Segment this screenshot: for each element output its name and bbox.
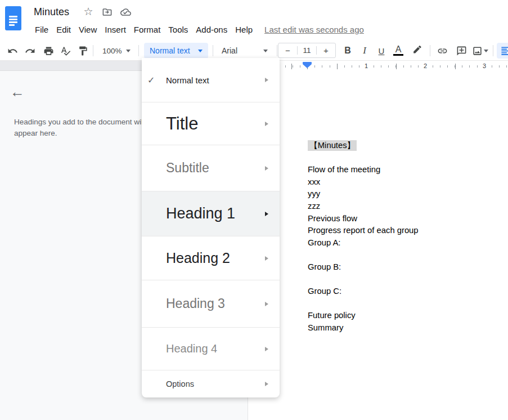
print-button[interactable]	[41, 43, 56, 59]
menu-bar: File Edit View Insert Format Tools Add-o…	[31, 23, 364, 36]
style-option-heading-4[interactable]: Heading 4	[142, 327, 280, 370]
menu-item-file[interactable]: File	[31, 24, 52, 35]
font-size-stepper: − 11 +	[278, 43, 336, 58]
link-icon	[437, 46, 448, 56]
ruler-half-ticks	[285, 64, 508, 69]
doc-line: Previous flow	[308, 213, 419, 225]
doc-line	[308, 249, 419, 261]
style-option-label: Heading 1	[166, 205, 235, 222]
style-option-options[interactable]: Options	[142, 370, 280, 397]
submenu-arrow-icon	[265, 347, 268, 351]
top-bar: Minutes ☆ File Edit View Insert Format T…	[0, 0, 508, 39]
add-comment-button[interactable]	[453, 43, 469, 59]
menu-item-tools[interactable]: Tools	[164, 24, 192, 35]
style-option-title[interactable]: Title	[142, 102, 280, 145]
star-icon[interactable]: ☆	[83, 6, 94, 17]
font-value: Arial	[222, 46, 237, 55]
font-select[interactable]: Arial	[215, 43, 275, 59]
doc-line: Flow of the meeting	[308, 164, 419, 176]
bold-button[interactable]: B	[340, 43, 356, 59]
styles-value: Normal text	[150, 46, 190, 55]
outline-placeholder-line2: appear here.	[14, 128, 145, 139]
doc-line: 【Minutes】	[308, 140, 419, 152]
close-outline-icon[interactable]: ←	[10, 84, 25, 99]
doc-line	[308, 298, 419, 310]
submenu-arrow-icon	[265, 212, 268, 216]
paragraph-styles-select[interactable]: Normal text	[144, 43, 208, 59]
image-menu-caret[interactable]	[483, 43, 489, 59]
increase-font-size-button[interactable]: +	[317, 46, 335, 55]
insert-link-button[interactable]	[434, 43, 450, 59]
undo-icon	[7, 46, 18, 56]
submenu-arrow-icon	[265, 166, 268, 171]
docs-logo[interactable]	[5, 6, 21, 30]
highlight-color-button[interactable]	[409, 43, 425, 59]
outline-placeholder-line1: Headings you add to the document will	[14, 117, 145, 128]
paint-format-button[interactable]	[75, 43, 91, 59]
toolbar-separator	[213, 45, 213, 56]
style-option-normal-text[interactable]: ✓ Normal text	[142, 58, 280, 102]
doc-line	[308, 152, 419, 164]
align-left-button[interactable]	[497, 43, 508, 59]
cloud-status-icon[interactable]	[120, 6, 131, 17]
italic-button[interactable]: I	[357, 43, 372, 59]
undo-button[interactable]	[5, 43, 20, 59]
ruler-number: 1	[363, 62, 370, 70]
style-option-heading-3[interactable]: Heading 3	[142, 280, 280, 327]
doc-line: xxx	[308, 176, 419, 189]
submenu-arrow-icon	[265, 122, 268, 126]
image-icon	[472, 46, 483, 56]
style-option-label: Options	[166, 379, 194, 388]
redo-button[interactable]	[22, 43, 38, 59]
doc-title[interactable]: Minutes	[34, 6, 69, 18]
first-line-indent-triangle[interactable]	[303, 64, 312, 68]
toolbar-separator	[493, 45, 493, 56]
doc-line: Future policy	[308, 310, 419, 322]
highlighted-text: 【Minutes】	[308, 140, 357, 151]
text-color-button[interactable]: A	[390, 43, 406, 59]
style-option-subtitle[interactable]: Subtitle	[142, 145, 280, 191]
highlighter-icon	[412, 46, 422, 56]
move-folder-icon[interactable]	[101, 6, 113, 17]
redo-icon	[25, 46, 35, 56]
indent-marker[interactable]	[303, 62, 312, 68]
style-option-heading-1[interactable]: Heading 1	[142, 191, 280, 236]
chevron-down-icon	[484, 50, 488, 52]
doc-line: zzz	[308, 200, 419, 213]
doc-line: Group B:	[308, 261, 419, 274]
paint-format-icon	[78, 46, 88, 56]
check-icon: ✓	[147, 75, 155, 86]
doc-line: Progress report of each group	[308, 225, 419, 237]
doc-line: Summary	[308, 322, 419, 334]
underline-button[interactable]: U	[374, 43, 389, 59]
doc-line: Group A:	[308, 237, 419, 249]
insert-image-button[interactable]	[470, 43, 484, 59]
chevron-down-icon	[126, 50, 131, 52]
spellcheck-button[interactable]	[57, 43, 73, 59]
spellcheck-icon	[60, 46, 71, 56]
chevron-down-icon	[198, 50, 203, 52]
menu-item-insert[interactable]: Insert	[101, 24, 130, 35]
menu-item-edit[interactable]: Edit	[52, 24, 75, 35]
toolbar-separator	[277, 45, 277, 56]
menu-item-help[interactable]: Help	[231, 24, 257, 35]
menu-item-addons[interactable]: Add-ons	[192, 24, 231, 35]
logo-line	[9, 21, 17, 23]
zoom-select[interactable]: 100%	[99, 43, 134, 59]
submenu-arrow-icon	[265, 302, 268, 306]
outline-placeholder: Headings you add to the document will ap…	[14, 117, 145, 138]
ruler-number: 3	[481, 62, 488, 70]
text-color-label: A	[395, 46, 402, 53]
style-option-label: Heading 2	[166, 250, 230, 266]
decrease-font-size-button[interactable]: −	[278, 46, 297, 55]
menu-item-format[interactable]: Format	[130, 24, 165, 35]
style-option-heading-2[interactable]: Heading 2	[142, 236, 280, 280]
last-edit-link[interactable]: Last edit was seconds ago	[264, 25, 364, 34]
menu-item-view[interactable]: View	[75, 24, 101, 35]
style-option-label: Normal text	[166, 75, 209, 85]
font-size-input[interactable]: 11	[297, 46, 317, 55]
document-text[interactable]: 【Minutes】 Flow of the meeting xxx yyy zz…	[308, 140, 419, 334]
ruler-number: 2	[422, 62, 429, 70]
style-option-label: Heading 3	[166, 296, 225, 311]
submenu-arrow-icon	[265, 78, 268, 82]
